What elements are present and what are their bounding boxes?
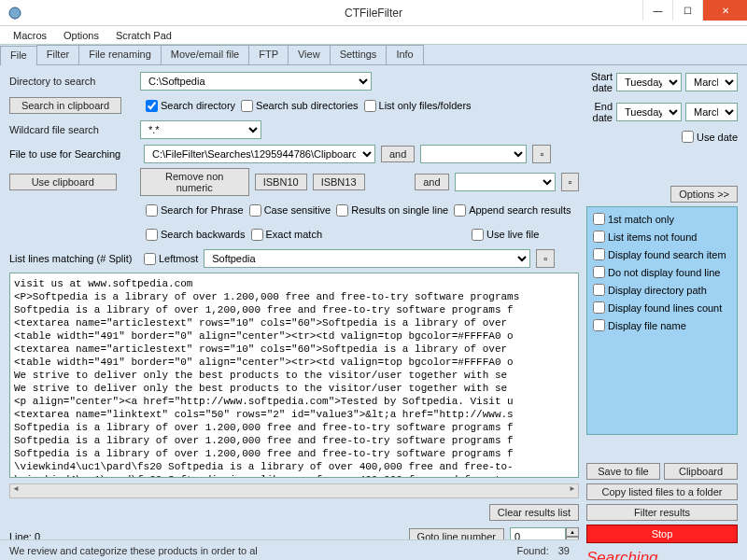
results-textarea[interactable]: visit us at www.softpedia.com <P>Softped… xyxy=(9,273,579,478)
filter-results-button[interactable]: Filter results xyxy=(586,504,738,521)
append-results-checkbox[interactable] xyxy=(454,204,466,217)
svg-point-0 xyxy=(9,7,21,19)
display-dir-path-checkbox[interactable] xyxy=(593,284,605,296)
display-found-checkbox[interactable] xyxy=(593,248,605,260)
window-title: CTFileFilter xyxy=(345,7,402,20)
menu-macros[interactable]: Macros xyxy=(13,30,47,41)
exact-match-label: Exact match xyxy=(266,229,323,240)
tab-ftp[interactable]: FTP xyxy=(248,45,289,64)
do-not-display-line-checkbox[interactable] xyxy=(593,266,605,278)
close-button[interactable]: ✕ xyxy=(702,0,747,21)
maximize-button[interactable]: ☐ xyxy=(672,0,702,21)
leftmost-label: Leftmost xyxy=(159,253,198,264)
append-results-label: Append search results xyxy=(469,204,571,216)
menu-options[interactable]: Options xyxy=(63,30,99,41)
directory-label: Directory to search xyxy=(9,76,134,87)
wildcard-label: Wildcard file search xyxy=(9,124,134,135)
search-phrase-checkbox[interactable] xyxy=(146,204,158,217)
results-single-label: Results on single line xyxy=(351,204,448,216)
tab-move-email[interactable]: Move/email file xyxy=(161,45,249,64)
status-tip: We review and categorize these products … xyxy=(9,545,258,556)
search-backwards-label: Search backwards xyxy=(161,229,246,240)
do-not-display-line-label: Do not display found line xyxy=(608,267,720,278)
tab-strip: File Filter File renaming Move/email fil… xyxy=(0,45,747,65)
display-dir-path-label: Display directory path xyxy=(608,285,707,296)
file-to-use-label: File to use for Searching xyxy=(9,148,138,160)
options-expand-button[interactable]: Options >> xyxy=(670,186,738,203)
search-subdirs-label: Search sub directories xyxy=(256,100,358,111)
tab-settings[interactable]: Settings xyxy=(330,45,388,64)
list-not-found-checkbox[interactable] xyxy=(593,231,605,243)
title-bar: CTFileFilter — ☐ ✕ xyxy=(0,0,747,26)
leftmost-checkbox[interactable] xyxy=(144,253,156,265)
use-live-file-label: Use live file xyxy=(486,229,539,240)
tab-filter[interactable]: Filter xyxy=(36,45,79,64)
use-date-checkbox[interactable] xyxy=(682,131,694,143)
tab-info[interactable]: Info xyxy=(386,45,423,64)
end-date-label: End date xyxy=(586,101,613,123)
use-live-file-checkbox[interactable] xyxy=(472,229,484,241)
menu-scratchpad[interactable]: Scratch Pad xyxy=(116,30,172,41)
and-select-2[interactable] xyxy=(455,173,556,191)
more-button-1[interactable]: ▫ xyxy=(532,145,551,163)
search-directory-label: Search directory xyxy=(161,100,235,111)
isbn10-button[interactable]: ISBN10 xyxy=(255,174,307,190)
display-file-name-checkbox[interactable] xyxy=(593,319,605,331)
stop-button[interactable]: Stop xyxy=(586,525,738,543)
case-sensitive-label: Case sensitive xyxy=(264,204,331,216)
copy-listed-files-button[interactable]: Copy listed files to a folder xyxy=(586,483,738,500)
options-panel: 1st match only List items not found Disp… xyxy=(586,206,738,435)
minimize-button[interactable]: — xyxy=(642,0,672,21)
and-button-2[interactable]: and xyxy=(415,174,448,190)
wildcard-select[interactable]: *.* xyxy=(140,120,261,139)
search-in-clipboard-button[interactable]: Search in clipboard xyxy=(9,97,121,114)
status-bar: We review and categorize these products … xyxy=(0,539,579,560)
remove-non-numeric-button[interactable]: Remove non numeric xyxy=(140,168,249,196)
display-file-name-label: Display file name xyxy=(608,320,686,331)
search-backwards-checkbox[interactable] xyxy=(146,229,158,241)
display-lines-count-checkbox[interactable] xyxy=(593,301,605,314)
list-only-checkbox[interactable] xyxy=(364,100,376,112)
and-button-1[interactable]: and xyxy=(381,146,415,162)
first-match-label: 1st match only xyxy=(608,214,674,225)
tab-file-renaming[interactable]: File renaming xyxy=(78,45,162,64)
and-select-1[interactable] xyxy=(420,145,527,163)
found-count: 39 xyxy=(558,545,570,556)
tab-view[interactable]: View xyxy=(288,45,331,64)
end-month-select[interactable]: March xyxy=(685,103,738,121)
app-icon xyxy=(7,6,22,21)
case-sensitive-checkbox[interactable] xyxy=(249,204,261,217)
use-date-label: Use date xyxy=(697,132,738,143)
list-not-found-label: List items not found xyxy=(608,231,697,243)
search-phrase-label: Search for Phrase xyxy=(161,204,244,216)
clear-results-button[interactable]: Clear results list xyxy=(489,504,579,521)
exact-match-checkbox[interactable] xyxy=(251,229,263,241)
horizontal-scrollbar[interactable] xyxy=(9,483,579,498)
first-match-checkbox[interactable] xyxy=(593,213,605,225)
tab-file[interactable]: File xyxy=(0,46,37,65)
more-button-3[interactable]: ▫ xyxy=(536,249,555,268)
search-directory-checkbox[interactable] xyxy=(146,100,158,112)
display-found-label: Display found search item xyxy=(608,249,726,260)
file-to-use-select[interactable]: C:\FileFilter\Searches\1295944786\Clipbo… xyxy=(144,145,375,163)
save-to-file-button[interactable]: Save to file xyxy=(586,463,660,480)
searching-status: Searching... xyxy=(586,549,738,560)
list-lines-label: List lines matching (# Split) xyxy=(9,253,138,264)
search-subdirs-checkbox[interactable] xyxy=(241,100,253,112)
isbn13-button[interactable]: ISBN13 xyxy=(313,174,365,190)
more-button-2[interactable]: ▫ xyxy=(561,173,579,191)
start-day-select[interactable]: Tuesday , xyxy=(616,73,682,91)
clipboard-button[interactable]: Clipboard xyxy=(664,463,738,480)
results-single-checkbox[interactable] xyxy=(336,204,348,217)
start-date-label: Start date xyxy=(586,71,613,93)
found-label: Found: xyxy=(517,545,549,556)
display-lines-count-label: Display found lines count xyxy=(608,302,722,314)
use-clipboard-button[interactable]: Use clipboard xyxy=(9,174,117,190)
menu-bar: Macros Options Scratch Pad xyxy=(0,26,747,45)
start-month-select[interactable]: March xyxy=(685,73,738,91)
list-lines-select[interactable]: Softpedia xyxy=(204,249,530,268)
directory-select[interactable]: C:\Softpedia xyxy=(140,72,372,91)
list-only-label: List only files/folders xyxy=(379,100,472,111)
end-day-select[interactable]: Tuesday , xyxy=(616,103,682,121)
